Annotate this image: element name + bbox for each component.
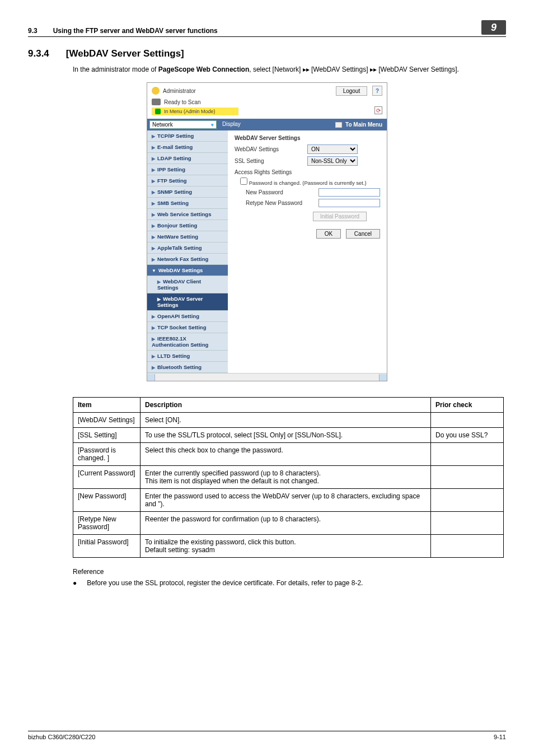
- sidebar-item-label: TCP Socket Setting: [157, 324, 206, 330]
- running-header: 9.3 Using the FTP server and WebDAV serv…: [28, 20, 506, 37]
- ssl-setting-select[interactable]: Non-SSL Only: [307, 156, 358, 166]
- shot-topbar: Administrator Logout ?: [147, 83, 387, 99]
- to-main-label: To Main Menu: [345, 122, 382, 128]
- printer-icon: [152, 99, 161, 105]
- access-rights-heading: Access Rights Settings: [235, 169, 380, 175]
- status-dot-icon: [155, 109, 161, 114]
- table-cell: Reenter the password for confirmation (u…: [140, 512, 431, 535]
- table-cell: [WebDAV Settings]: [73, 413, 140, 428]
- retype-password-field[interactable]: [318, 199, 380, 207]
- triangle-right-icon: ▶: [152, 365, 155, 370]
- shot-scrollbar[interactable]: [147, 373, 387, 381]
- footer-model: bizhub C360/C280/C220: [28, 734, 95, 740]
- triangle-right-icon: ▶: [152, 337, 155, 342]
- sidebar-item[interactable]: ▶Bluetooth Setting: [147, 362, 228, 373]
- table-cell: [431, 443, 504, 466]
- table-row: [Current Password]Enter the currently sp…: [73, 466, 504, 489]
- intro-pre: In the administrator mode of: [73, 66, 158, 73]
- triangle-right-icon: ▶: [152, 145, 155, 150]
- triangle-right-icon: ▶: [152, 201, 155, 206]
- sidebar-item-label: LDAP Setting: [157, 155, 191, 161]
- status-bar-text: In Menu (Admin Mode): [164, 109, 216, 114]
- sidebar-item[interactable]: ▶NetWare Setting: [147, 231, 228, 242]
- scroll-left-icon[interactable]: [147, 374, 155, 381]
- new-password-field[interactable]: [318, 188, 380, 197]
- scroll-right-icon[interactable]: [379, 374, 387, 381]
- triangle-right-icon: ▶: [152, 223, 155, 228]
- table-cell: Do you use SSL?: [431, 428, 504, 443]
- category-select[interactable]: Network ▾: [149, 120, 217, 129]
- triangle-right-icon: ▶: [152, 167, 155, 172]
- reference-bullet: ● Before you use the SSL protocol, regis…: [73, 579, 506, 587]
- subsection-number: 9.3.4: [28, 48, 49, 59]
- triangle-right-icon: ▶: [152, 325, 155, 330]
- sidebar-item-label: WebDAV Settings: [158, 267, 203, 273]
- triangle-right-icon: ▶: [152, 190, 155, 195]
- sidebar-item[interactable]: ▶Network Fax Setting: [147, 254, 228, 265]
- cancel-button[interactable]: Cancel: [346, 229, 380, 239]
- sidebar-item-label: SNMP Setting: [157, 189, 192, 195]
- category-select-value: Network: [152, 122, 173, 128]
- sidebar-item-label: Web Service Settings: [157, 211, 211, 217]
- footer-page: 9-11: [494, 734, 506, 740]
- shot-main-panel: WebDAV Server Settings WebDAV Settings O…: [228, 130, 387, 373]
- logout-button[interactable]: Logout: [336, 86, 368, 96]
- settings-description-table: Item Description Prior check [WebDAV Set…: [73, 397, 504, 558]
- table-row: [WebDAV Settings]Select [ON].: [73, 413, 504, 428]
- triangle-right-icon: ▶: [152, 354, 155, 359]
- col-item: Item: [73, 398, 140, 413]
- initial-password-button[interactable]: Initial Password: [313, 212, 367, 221]
- help-icon[interactable]: ?: [372, 86, 382, 96]
- admin-icon: [152, 87, 160, 95]
- sidebar-item[interactable]: ▶WebDAV Client Settings: [147, 276, 228, 293]
- intro-bold: PageScope Web Connection: [158, 66, 249, 73]
- table-cell: [431, 489, 504, 512]
- sidebar-item[interactable]: ▶AppleTalk Setting: [147, 242, 228, 254]
- new-password-label: New Password: [246, 189, 318, 195]
- sidebar-item[interactable]: ▶E-mail Setting: [147, 142, 228, 153]
- sidebar-item[interactable]: ▶TCP/IP Setting: [147, 130, 228, 142]
- section-number: 9.3: [28, 27, 38, 35]
- sidebar-item[interactable]: ▶Bonjour Setting: [147, 220, 228, 231]
- bullet-icon: ●: [73, 579, 77, 587]
- table-cell: [431, 512, 504, 535]
- sidebar-item-label: TCP/IP Setting: [157, 133, 194, 139]
- sidebar-item[interactable]: ▶SNMP Setting: [147, 186, 228, 198]
- table-cell: [431, 413, 504, 428]
- sidebar-item[interactable]: ▶LDAP Setting: [147, 153, 228, 164]
- table-cell: [Current Password]: [73, 466, 140, 489]
- sidebar-item[interactable]: ▶SMB Setting: [147, 198, 228, 209]
- col-prior-check: Prior check: [431, 398, 504, 413]
- table-cell: [431, 535, 504, 558]
- sidebar-item[interactable]: ▶FTP Setting: [147, 175, 228, 186]
- display-button[interactable]: Display: [217, 119, 246, 130]
- table-row: [New Password]Enter the password used to…: [73, 489, 504, 512]
- sidebar-item-label: WebDAV Client Settings: [157, 278, 201, 291]
- to-main-menu-button[interactable]: To Main Menu: [331, 119, 387, 130]
- triangle-right-icon: ▶: [152, 179, 155, 184]
- sidebar-item[interactable]: ▼WebDAV Settings: [147, 265, 228, 276]
- sidebar-item[interactable]: ▶Web Service Settings: [147, 209, 228, 220]
- sidebar-item-label: AppleTalk Setting: [157, 245, 202, 251]
- table-cell: [Retype New Password]: [73, 512, 140, 535]
- sidebar-item[interactable]: ▶TCP Socket Setting: [147, 322, 228, 333]
- sidebar-item[interactable]: ▶OpenAPI Setting: [147, 311, 228, 322]
- webdav-settings-select[interactable]: ON: [307, 144, 358, 154]
- reference-text: Before you use the SSL protocol, registe…: [87, 579, 363, 587]
- triangle-down-icon: ▼: [152, 268, 156, 273]
- triangle-right-icon: ▶: [152, 257, 155, 262]
- subsection-heading: 9.3.4 [WebDAV Server Settings]: [28, 48, 506, 59]
- triangle-right-icon: ▶: [157, 279, 161, 284]
- sidebar-item[interactable]: ▶LLTD Setting: [147, 351, 228, 362]
- table-cell: Select this check box to change the pass…: [140, 443, 431, 466]
- table-cell: Select [ON].: [140, 413, 431, 428]
- sidebar-item[interactable]: ▶IPP Setting: [147, 164, 228, 175]
- ready-status: Ready to Scan: [164, 99, 201, 105]
- refresh-icon[interactable]: ⟳: [374, 106, 382, 114]
- password-changed-checkbox[interactable]: [240, 178, 247, 185]
- table-row: [Initial Password]To initialize the exis…: [73, 535, 504, 558]
- triangle-right-icon: ▶: [157, 297, 161, 302]
- ok-button[interactable]: OK: [316, 229, 341, 239]
- sidebar-item[interactable]: ▶IEEE802.1X Authentication Setting: [147, 333, 228, 351]
- sidebar-item[interactable]: ▶WebDAV Server Settings: [147, 293, 228, 311]
